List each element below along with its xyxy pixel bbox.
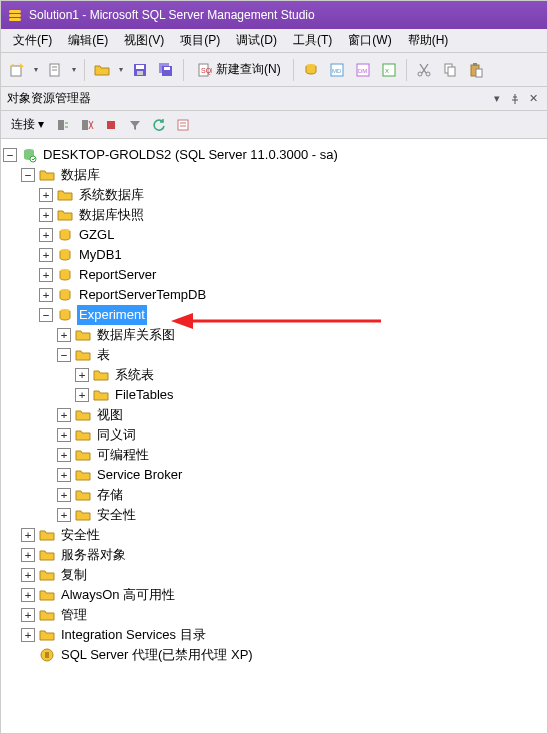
tree-node-is-catalog[interactable]: + Integration Services 目录 <box>3 625 545 645</box>
refresh-button[interactable] <box>148 114 170 136</box>
agent-icon <box>39 647 55 663</box>
stop-button[interactable] <box>100 114 122 136</box>
tree-node-filetables[interactable]: + FileTables <box>3 385 545 405</box>
tree-node-databases[interactable]: − 数据库 <box>3 165 545 185</box>
expand-icon[interactable]: + <box>39 268 53 282</box>
open-button[interactable] <box>90 58 114 82</box>
menu-project[interactable]: 项目(P) <box>172 29 228 52</box>
collapse-icon[interactable]: − <box>57 348 71 362</box>
expand-icon[interactable]: + <box>57 328 71 342</box>
expand-icon[interactable]: + <box>75 368 89 382</box>
properties-button[interactable] <box>172 114 194 136</box>
tree-label: MyDB1 <box>77 245 124 265</box>
menu-debug[interactable]: 调试(D) <box>228 29 285 52</box>
tree-node-alwayson[interactable]: + AlwaysOn 高可用性 <box>3 585 545 605</box>
expand-icon[interactable]: + <box>21 528 35 542</box>
expand-icon[interactable]: + <box>57 468 71 482</box>
save-button[interactable] <box>128 58 152 82</box>
tree-node-service-broker[interactable]: + Service Broker <box>3 465 545 485</box>
collapse-icon[interactable]: − <box>3 148 17 162</box>
tree-node-agent[interactable]: SQL Server 代理(已禁用代理 XP) <box>3 645 545 665</box>
expand-icon[interactable]: + <box>57 428 71 442</box>
expand-icon[interactable]: + <box>57 408 71 422</box>
svg-marker-4 <box>20 63 24 67</box>
expand-icon[interactable]: + <box>39 228 53 242</box>
menu-tools[interactable]: 工具(T) <box>285 29 340 52</box>
new-project-button[interactable] <box>5 58 29 82</box>
tree-label: ReportServer <box>77 265 158 285</box>
tree-node-db-rstmp[interactable]: + ReportServerTempDB <box>3 285 545 305</box>
tree-node-storage[interactable]: + 存储 <box>3 485 545 505</box>
panel-dropdown-icon[interactable]: ▾ <box>489 91 505 107</box>
expand-icon[interactable]: + <box>57 508 71 522</box>
expand-icon[interactable]: + <box>57 488 71 502</box>
tree-node-db-gzgl[interactable]: + GZGL <box>3 225 545 245</box>
folder-icon <box>75 507 91 523</box>
folder-icon <box>39 587 55 603</box>
xmla-query-button[interactable]: X <box>377 58 401 82</box>
expand-icon[interactable]: + <box>39 208 53 222</box>
tree-label: FileTables <box>113 385 176 405</box>
tree-node-systables[interactable]: + 系统表 <box>3 365 545 385</box>
menu-file[interactable]: 文件(F) <box>5 29 60 52</box>
expand-icon[interactable]: + <box>21 588 35 602</box>
mdx-query-button[interactable]: MD <box>325 58 349 82</box>
tree-node-db-mydb1[interactable]: + MyDB1 <box>3 245 545 265</box>
new-item-button[interactable] <box>43 58 67 82</box>
tree-node-security[interactable]: + 安全性 <box>3 525 545 545</box>
menu-edit[interactable]: 编辑(E) <box>60 29 116 52</box>
disconnect-button[interactable] <box>76 114 98 136</box>
pin-icon[interactable] <box>507 91 523 107</box>
cut-button[interactable] <box>412 58 436 82</box>
tree-node-db-rs[interactable]: + ReportServer <box>3 265 545 285</box>
expand-icon[interactable]: + <box>21 568 35 582</box>
tree-node-server-objects[interactable]: + 服务器对象 <box>3 545 545 565</box>
folder-icon <box>93 387 109 403</box>
dropdown-arrow-icon[interactable]: ▾ <box>69 65 79 74</box>
expand-icon[interactable]: + <box>75 388 89 402</box>
collapse-icon[interactable]: − <box>39 308 53 322</box>
tree-node-replication[interactable]: + 复制 <box>3 565 545 585</box>
save-all-button[interactable] <box>154 58 178 82</box>
tree-node-programmability[interactable]: + 可编程性 <box>3 445 545 465</box>
dropdown-arrow-icon[interactable]: ▾ <box>116 65 126 74</box>
expand-icon[interactable]: + <box>39 288 53 302</box>
menu-window[interactable]: 窗口(W) <box>340 29 399 52</box>
dmx-query-button[interactable]: DM <box>351 58 375 82</box>
db-engine-query-button[interactable] <box>299 58 323 82</box>
tree-label: Integration Services 目录 <box>59 625 208 645</box>
expand-icon[interactable]: + <box>21 548 35 562</box>
tree-node-db-security[interactable]: + 安全性 <box>3 505 545 525</box>
expand-icon[interactable]: + <box>39 248 53 262</box>
expand-icon[interactable]: + <box>21 628 35 642</box>
tree-node-sysdb[interactable]: + 系统数据库 <box>3 185 545 205</box>
folder-icon <box>39 527 55 543</box>
copy-button[interactable] <box>438 58 462 82</box>
expand-icon[interactable]: + <box>39 188 53 202</box>
menu-view[interactable]: 视图(V) <box>116 29 172 52</box>
menu-help[interactable]: 帮助(H) <box>400 29 457 52</box>
tree-label: 复制 <box>59 565 89 585</box>
tree-node-server[interactable]: − DESKTOP-GROLDS2 (SQL Server 11.0.3000 … <box>3 145 545 165</box>
expand-icon[interactable]: + <box>21 608 35 622</box>
tree-node-synonyms[interactable]: + 同义词 <box>3 425 545 445</box>
filter-button[interactable] <box>124 114 146 136</box>
new-query-button[interactable]: SQL 新建查询(N) <box>189 58 288 82</box>
connect-action-button[interactable] <box>52 114 74 136</box>
svg-rect-1 <box>9 14 21 17</box>
tree-node-db-diagrams[interactable]: + 数据库关系图 <box>3 325 545 345</box>
tree-node-views[interactable]: + 视图 <box>3 405 545 425</box>
connect-button[interactable]: 连接 ▾ <box>5 113 50 136</box>
expand-icon[interactable]: + <box>57 448 71 462</box>
tree-node-management[interactable]: + 管理 <box>3 605 545 625</box>
tree-node-tables[interactable]: − 表 <box>3 345 545 365</box>
tree-view[interactable]: − DESKTOP-GROLDS2 (SQL Server 11.0.3000 … <box>1 139 547 733</box>
separator <box>293 59 294 81</box>
tree-node-db-experiment[interactable]: − Experiment <box>3 305 545 325</box>
tree-label: 表 <box>95 345 112 365</box>
paste-button[interactable] <box>464 58 488 82</box>
collapse-icon[interactable]: − <box>21 168 35 182</box>
tree-node-snapshots[interactable]: + 数据库快照 <box>3 205 545 225</box>
dropdown-arrow-icon[interactable]: ▾ <box>31 65 41 74</box>
close-icon[interactable]: ✕ <box>525 91 541 107</box>
